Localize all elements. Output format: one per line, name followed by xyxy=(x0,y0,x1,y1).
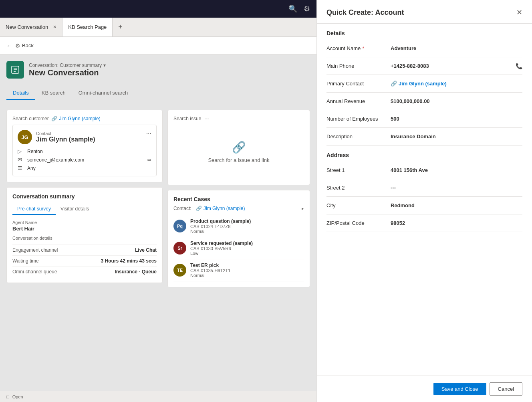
visitor-details-tab[interactable]: Visitor details xyxy=(56,204,94,215)
email-action-icon[interactable]: ⇨ xyxy=(147,157,151,163)
search-issue-card: Search issue --- 🔗 Search for a issue an… xyxy=(167,110,310,185)
panel-header: Quick Create: Account ✕ xyxy=(317,0,532,24)
phone-icon[interactable]: 📞 xyxy=(516,63,522,69)
street1-row: Street 1 4001 156th Ave xyxy=(326,162,522,179)
top-bar: 🔍 ⚙ xyxy=(0,0,316,18)
recent-cases-card: Recent Cases Contact: 🔗 Jim Glynn (sampl… xyxy=(167,190,310,287)
account-name-row: Account Name * Adventure xyxy=(326,40,522,57)
annual-revenue-label: Annual Revenue xyxy=(326,98,391,104)
add-tab-icon[interactable]: + xyxy=(113,23,128,31)
annual-revenue-row: Annual Revenue $100,000,000.00 xyxy=(326,93,522,110)
case-item-1[interactable]: Sr Service requested (sample) CAS-01030-… xyxy=(173,237,304,259)
right-column: Search issue --- 🔗 Search for a issue an… xyxy=(167,110,310,384)
zip-row: ZIP/Postal Code 98052 xyxy=(326,214,522,232)
agent-name-label: Agent Name xyxy=(12,220,157,225)
search-customer-area: Search customer 🔗 Jim Glynn (sample) xyxy=(12,116,157,121)
tab-close-icon[interactable]: ✕ xyxy=(53,24,56,30)
case-avatar-1: Sr xyxy=(173,242,186,255)
city-label: City xyxy=(326,202,391,208)
chevron-down-icon[interactable]: ▾ xyxy=(103,63,106,68)
street1-value[interactable]: 4001 156th Ave xyxy=(391,167,522,173)
waiting-time-row: Waiting time 3 Hours 42 mins 43 secs xyxy=(12,255,157,266)
back-arrow-icon[interactable]: ← xyxy=(6,42,12,49)
conversation-summary-card: Conversation summary Pre-chat survey Vis… xyxy=(6,187,163,283)
tab-new-conversation[interactable]: New Conversation ✕ xyxy=(0,18,62,36)
tab-kb-search[interactable]: KB Search Page xyxy=(62,18,113,36)
description-label: Description xyxy=(326,133,391,139)
tab-label: KB Search Page xyxy=(68,24,107,30)
link-icon: 🔗 xyxy=(232,141,246,154)
zip-label: ZIP/Postal Code xyxy=(326,220,391,226)
tab-details[interactable]: Details xyxy=(6,87,35,100)
recent-contact: Contact: 🔗 Jim Glynn (sample) ▸ xyxy=(173,206,304,211)
location-icon: ▷ xyxy=(18,148,24,154)
contact-link-icon: 🔗 xyxy=(391,81,397,87)
address-section-title: Address xyxy=(326,145,522,162)
contact-icon: 🔗 xyxy=(51,116,57,121)
summary-tabs: Pre-chat survey Visitor details xyxy=(12,204,157,215)
settings-icon[interactable]: ⚙ xyxy=(304,4,310,13)
type-icon: ☰ xyxy=(18,165,24,171)
street2-label: Street 2 xyxy=(326,185,391,191)
email-icon: ✉ xyxy=(18,157,24,163)
tab-label: New Conversation xyxy=(6,24,48,30)
case-item-2[interactable]: TE Test ER pick CAS-01035-H9T2T1 Normal xyxy=(173,259,304,281)
search-icon[interactable]: 🔍 xyxy=(288,4,297,13)
tab-kb-search[interactable]: KB search xyxy=(35,87,72,100)
contact-email: ✉ someone_j@example.com ⇨ xyxy=(18,157,151,163)
contact-link-icon: 🔗 xyxy=(196,206,202,211)
tab-bar: New Conversation ✕ KB Search Page + xyxy=(0,18,316,37)
agent-name-field: Agent Name Bert Hair xyxy=(12,220,157,232)
contact-header: JG Contact Jim Glynn (sample) ··· xyxy=(18,130,151,144)
details-section-title: Details xyxy=(326,24,522,40)
account-name-value[interactable]: Adventure xyxy=(391,45,522,51)
save-and-close-button[interactable]: Save and Close xyxy=(433,383,486,395)
panel-footer: Save and Close Cancel xyxy=(317,376,532,402)
primary-contact-link[interactable]: 🔗 Jim Glynn (sample) xyxy=(391,81,447,87)
main-app: 🔍 ⚙ New Conversation ✕ KB Search Page + … xyxy=(0,0,316,402)
summary-title: Conversation summary xyxy=(12,193,157,200)
zip-value[interactable]: 98052 xyxy=(391,220,522,226)
recent-contact-link[interactable]: Jim Glynn (sample) xyxy=(204,206,245,211)
case-item-0[interactable]: Pq Product question (sample) CAS-01024-T… xyxy=(173,215,304,237)
case-avatar-0: Pq xyxy=(173,220,186,232)
agent-name-value: Bert Hair xyxy=(12,226,157,232)
tab-omni-channel[interactable]: Omni-channel search xyxy=(72,87,135,100)
contact-name-area: Contact Jim Glynn (sample) xyxy=(36,131,95,143)
pre-chat-survey-tab[interactable]: Pre-chat survey xyxy=(12,204,56,215)
description-value[interactable]: Insurance Domain xyxy=(391,133,522,139)
contact-card: JG Contact Jim Glynn (sample) ··· ▷ xyxy=(12,125,157,176)
nav-bar: ← ⚙ Back xyxy=(0,37,316,55)
more-options-icon[interactable]: ··· xyxy=(146,130,151,137)
back-button[interactable]: ⚙ Back xyxy=(15,42,34,49)
contact-name: Jim Glynn (sample) xyxy=(36,136,95,143)
contact-label: Contact xyxy=(36,131,95,136)
conversation-title-area: Conversation: Customer summary ▾ New Con… xyxy=(29,63,106,77)
quick-create-panel: Quick Create: Account ✕ Details Account … xyxy=(316,0,532,402)
case-details-1: Service requested (sample) CAS-01030-B5V… xyxy=(190,240,304,256)
conversation-header: Conversation: Customer summary ▾ New Con… xyxy=(6,61,310,79)
street2-row: Street 2 --- xyxy=(326,179,522,197)
conversation-subtitle: Conversation: Customer summary ▾ xyxy=(29,63,106,68)
section-tabs: Details KB search Omni-channel search xyxy=(6,87,310,100)
primary-contact-label: Primary Contact xyxy=(326,81,391,87)
main-phone-value: +1425-882-8083 📞 xyxy=(391,63,522,69)
search-issue-area: Search issue --- xyxy=(173,116,304,121)
expand-icon[interactable]: ▸ xyxy=(302,206,304,211)
conversation-title: New Conversation xyxy=(29,68,106,77)
engagement-channel-row: Engagement channel Live Chat xyxy=(12,244,157,255)
num-employees-value[interactable]: 500 xyxy=(391,116,522,122)
cancel-button[interactable]: Cancel xyxy=(490,382,522,396)
main-grid: Search customer 🔗 Jim Glynn (sample) JG xyxy=(6,110,310,384)
street2-value[interactable]: --- xyxy=(391,185,522,191)
back-label: Back xyxy=(22,42,34,48)
contact-type: ☰ Any xyxy=(18,165,151,171)
close-button[interactable]: ✕ xyxy=(516,8,522,17)
city-row: City Redmond xyxy=(326,197,522,214)
primary-contact-row: Primary Contact 🔗 Jim Glynn (sample) xyxy=(326,75,522,93)
case-avatar-2: TE xyxy=(173,264,186,277)
city-value[interactable]: Redmond xyxy=(391,202,522,208)
open-icon: □ xyxy=(6,394,9,399)
customer-link[interactable]: 🔗 Jim Glynn (sample) xyxy=(51,116,100,121)
annual-revenue-value[interactable]: $100,000,000.00 xyxy=(391,98,522,104)
